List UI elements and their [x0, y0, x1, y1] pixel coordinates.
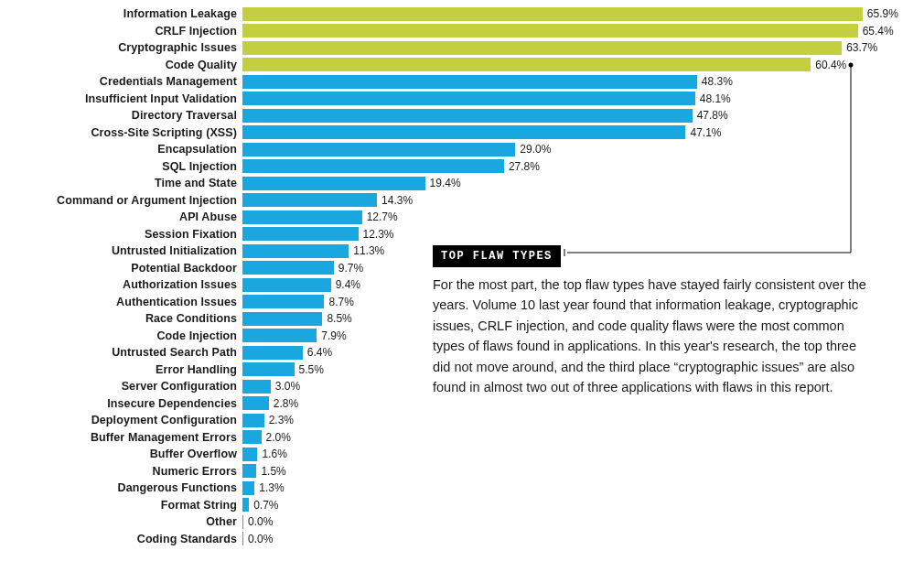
bar [242, 312, 322, 326]
bar [242, 396, 269, 410]
bar-category-label: Error Handling [156, 363, 237, 376]
bar-category-label: Coding Standards [137, 533, 237, 545]
bar [242, 7, 863, 21]
bar-row: API Abuse12.7% [242, 209, 924, 226]
bar-category-label: Server Configuration [122, 380, 237, 393]
bar-value-label: 7.9% [321, 329, 346, 342]
bar-row: Deployment Configuration2.3% [242, 412, 924, 429]
bar-value-label: 11.3% [353, 244, 384, 257]
bar [242, 362, 295, 376]
bar-category-label: Encapsulation [157, 143, 237, 156]
bar [242, 295, 324, 308]
bar [242, 92, 695, 105]
bar-category-label: Authentication Issues [116, 296, 237, 308]
bar-value-label: 12.3% [363, 228, 394, 241]
bar-value-label: 0.7% [253, 499, 278, 512]
bar [242, 125, 685, 139]
bar-row: Code Quality60.4% [242, 57, 924, 74]
bar-category-label: Directory Traversal [132, 109, 237, 122]
bar [242, 481, 254, 495]
bar-value-label: 27.8% [509, 160, 540, 173]
bar [242, 193, 377, 207]
bar-category-label: Format String [161, 499, 237, 512]
bar-row: SQL Injection27.8% [242, 158, 924, 176]
bar-row: Directory Traversal47.8% [242, 107, 924, 124]
bar-category-label: Potential Backdoor [131, 262, 237, 275]
bar-row: Other0.0% [242, 513, 924, 531]
bar-category-label: Buffer Management Errors [91, 431, 237, 444]
bar-category-label: Command or Argument Injection [57, 194, 237, 207]
bar-value-label: 2.0% [266, 431, 291, 444]
bar [242, 532, 243, 545]
bar-row: Command or Argument Injection14.3% [242, 192, 924, 210]
bar-row: Cross-Site Scripting (XSS)47.1% [242, 124, 924, 142]
callout-badge: TOP FLAW TYPES [433, 245, 561, 267]
bar-category-label: SQL Injection [162, 160, 237, 173]
bar-value-label: 0.0% [248, 533, 273, 545]
bar-value-label: 48.1% [700, 92, 731, 105]
bar-category-label: Insecure Dependencies [107, 397, 237, 410]
bar-row: Numeric Errors1.5% [242, 463, 924, 480]
bar [242, 414, 264, 427]
bar-value-label: 63.7% [846, 41, 877, 54]
bar-category-label: Credentials Management [100, 75, 237, 88]
bar [242, 329, 317, 342]
bar [242, 346, 303, 360]
bar [242, 261, 334, 275]
bar-value-label: 8.5% [327, 312, 351, 325]
bar-category-label: Cryptographic Issues [118, 41, 237, 54]
bar-row: Buffer Management Errors2.0% [242, 429, 924, 447]
bar-value-label: 9.4% [336, 278, 360, 291]
bar-value-label: 9.7% [338, 262, 363, 275]
bar-value-label: 1.5% [261, 465, 285, 478]
bar-category-label: Authorization Issues [123, 278, 237, 291]
bar [242, 515, 243, 529]
bar-row: Untrusted Initialization11.3% [242, 243, 924, 260]
bar-value-label: 47.1% [690, 126, 721, 139]
bar-value-label: 14.3% [381, 194, 413, 207]
bar-value-label: 1.3% [259, 481, 284, 494]
bar [242, 227, 359, 241]
bar-category-label: Code Quality [166, 59, 237, 71]
bar-value-label: 19.4% [430, 177, 461, 189]
bar-row: Session Fixation12.3% [242, 226, 924, 243]
bar [242, 430, 262, 444]
bar [242, 210, 362, 224]
bar-value-label: 3.0% [275, 380, 300, 393]
bar [242, 159, 504, 173]
bar-value-label: 5.5% [299, 363, 324, 376]
bar [242, 448, 257, 461]
bar-row: Format String0.7% [242, 497, 924, 514]
bar-category-label: Other [206, 515, 237, 528]
bar-category-label: Session Fixation [145, 228, 237, 241]
bar-row: Credentials Management48.3% [242, 73, 924, 91]
bar-category-label: Time and State [155, 177, 237, 189]
bar-category-label: Numeric Errors [153, 465, 237, 478]
bar [242, 498, 249, 512]
bar [242, 143, 515, 156]
bar-category-label: API Abuse [179, 210, 237, 223]
bar-row: Cryptographic Issues63.7% [242, 39, 924, 57]
bar-category-label: Code Injection [156, 329, 237, 342]
bar-category-label: Buffer Overflow [150, 448, 237, 460]
bar-category-label: Cross-Site Scripting (XSS) [91, 126, 237, 139]
bar-category-label: Untrusted Initialization [112, 244, 237, 257]
bar-row: Coding Standards0.0% [242, 531, 924, 548]
bar [242, 380, 271, 394]
bar-value-label: 2.8% [274, 397, 298, 410]
bar-row: Dangerous Functions1.3% [242, 480, 924, 497]
bar-category-label: Deployment Configuration [91, 414, 237, 426]
bar-category-label: CRLF Injection [155, 25, 237, 38]
bar [242, 464, 256, 478]
bar-category-label: Insufficient Input Validation [85, 92, 237, 105]
bar-row: Time and State19.4% [242, 175, 924, 192]
bar-value-label: 12.7% [367, 210, 398, 223]
bar [242, 41, 842, 55]
bar [242, 177, 425, 190]
bar [242, 75, 697, 89]
bar-value-label: 65.4% [863, 25, 894, 38]
bar-category-label: Race Conditions [145, 312, 237, 325]
bar-row: Insufficient Input Validation48.1% [242, 91, 924, 108]
bar-value-label: 47.8% [697, 109, 728, 122]
bar-row: Information Leakage65.9% [242, 5, 924, 23]
